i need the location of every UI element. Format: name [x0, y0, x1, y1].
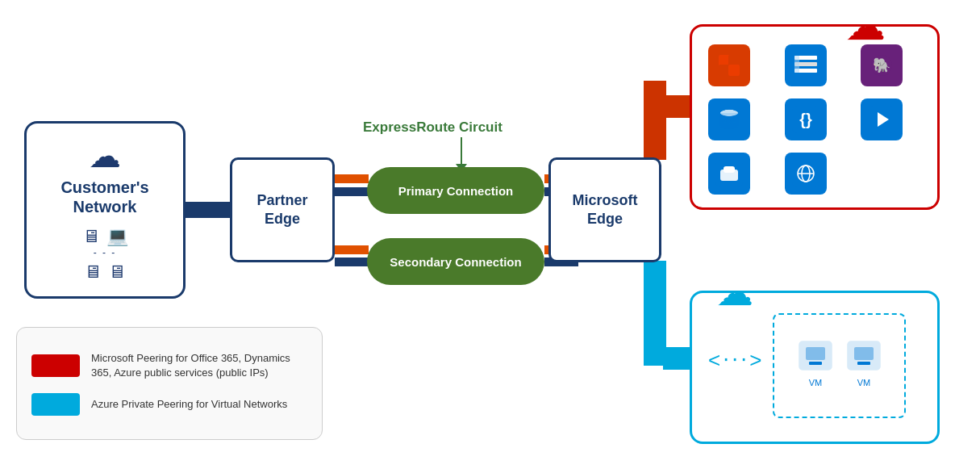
- blob-storage-icon: [708, 153, 750, 195]
- legend-red-box: [31, 354, 80, 377]
- media-icon-cell: [857, 97, 906, 141]
- storage-icon-cell: [705, 151, 753, 195]
- svg-rect-46: [854, 347, 874, 360]
- customer-network-box: ☁ Customer's Network 🖥 💻 - - - 🖥 🖥: [24, 121, 186, 299]
- legend-item-blue: Azure Private Peering for Virtual Networ…: [31, 393, 307, 416]
- svg-rect-47: [857, 362, 870, 365]
- svg-rect-19: [719, 65, 730, 76]
- office-icons-grid: 🐘 SQL: [692, 27, 937, 207]
- vm-icons-svg: VM VM: [791, 329, 888, 402]
- office-cloud-icon: ☁: [845, 2, 886, 49]
- legend-red-text: Microsoft Peering for Office 365, Dynami…: [91, 351, 307, 379]
- table-icon-cell: [782, 43, 830, 87]
- legend-item-red: Microsoft Peering for Office 365, Dynami…: [31, 351, 307, 379]
- svg-rect-13: [663, 347, 692, 370]
- computer-icon-4: 🖥: [108, 262, 126, 283]
- peering-dots-icon: <‧‧‧>: [708, 348, 764, 373]
- secondary-connection-label: Secondary Connection: [390, 255, 521, 269]
- expressroute-circuit-label: ExpressRoute Circuit: [363, 119, 503, 136]
- office365-icon: [708, 44, 750, 86]
- primary-connection-label: Primary Connection: [398, 184, 514, 198]
- customer-label: Customer's Network: [60, 178, 148, 216]
- braces-icon-cell: {}: [782, 97, 830, 141]
- svg-rect-10: [663, 95, 692, 118]
- svg-rect-24: [794, 56, 799, 73]
- svg-rect-17: [719, 55, 730, 66]
- diagram-container: ☁ Customer's Network 🖥 💻 - - - 🖥 🖥 Partn…: [0, 0, 980, 469]
- secondary-connection-capsule: Secondary Connection: [367, 238, 544, 285]
- svg-rect-12: [644, 261, 666, 366]
- partner-edge-box: Partner Edge: [230, 157, 335, 262]
- cdn-icon: [785, 153, 827, 195]
- svg-rect-20: [728, 65, 740, 76]
- hdinsight-icon: 🐘: [861, 44, 903, 86]
- media-services-icon: [861, 98, 903, 140]
- svg-rect-4: [335, 258, 369, 266]
- svg-rect-44: [809, 362, 822, 365]
- partner-edge-label: Partner Edge: [256, 191, 307, 229]
- svg-rect-0: [186, 202, 230, 218]
- sql-database-icon: SQL: [708, 98, 750, 140]
- legend-blue-box: [31, 393, 80, 416]
- customer-cloud-icon: ☁: [89, 137, 121, 174]
- svg-rect-43: [806, 347, 825, 360]
- svg-rect-3: [335, 245, 369, 254]
- svg-rect-1: [335, 174, 369, 183]
- microsoft-edge-box: Microsoft Edge: [548, 157, 661, 262]
- hdinsight-icon-cell: 🐘: [857, 43, 906, 87]
- legend-box: Microsoft Peering for Office 365, Dynami…: [16, 327, 323, 440]
- sql-icon-cell: SQL: [705, 97, 753, 141]
- azure-cloud-icon: ☁: [716, 270, 753, 314]
- legend-blue-text: Azure Private Peering for Virtual Networ…: [91, 397, 287, 412]
- globe-icon-cell: [782, 151, 830, 195]
- svg-rect-37: [724, 166, 735, 173]
- computer-icon-3: 🖥: [84, 262, 102, 283]
- customer-network-icon: 🖥 💻 - - - 🖥 🖥: [82, 223, 128, 283]
- svg-text:{}: {}: [799, 111, 812, 128]
- computer-icon-1: 🖥: [82, 226, 100, 247]
- svg-rect-18: [728, 55, 740, 66]
- svg-text:🐘: 🐘: [873, 57, 891, 74]
- primary-connection-capsule: Primary Connection: [367, 167, 544, 214]
- ms-edge-label: Microsoft Edge: [573, 191, 638, 229]
- azure-vnet-box: ☁ VM VM <‧‧‧>: [690, 291, 940, 444]
- table-storage-icon: [785, 44, 827, 86]
- office-services-box: ☁: [690, 24, 940, 210]
- svg-text:VM: VM: [857, 378, 870, 387]
- computer-icon-2: 💻: [106, 226, 128, 247]
- office365-icon-cell: [705, 43, 753, 87]
- svg-rect-2: [335, 187, 369, 196]
- network-dots: - - -: [94, 247, 117, 258]
- azure-inner-dashed-box: VM VM: [773, 313, 906, 418]
- svg-rect-9: [644, 81, 666, 160]
- svg-text:VM: VM: [808, 378, 822, 387]
- api-management-icon: {}: [785, 98, 827, 140]
